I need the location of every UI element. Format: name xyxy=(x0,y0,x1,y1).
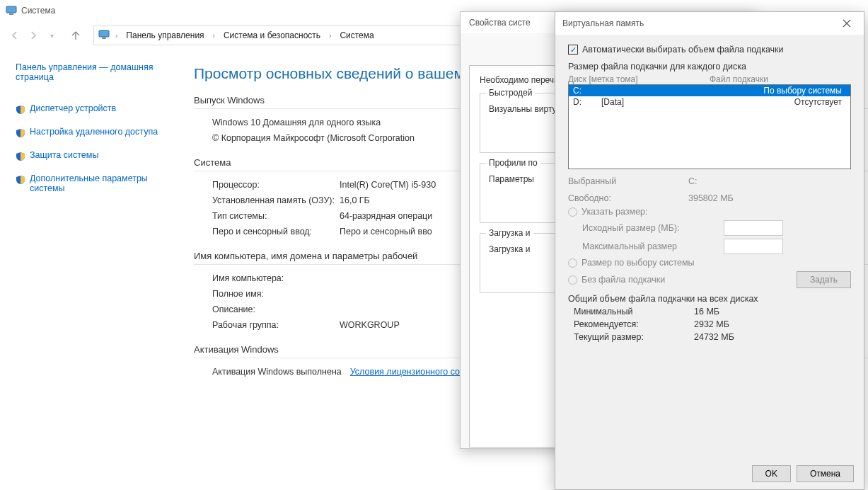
shield-icon xyxy=(16,175,25,187)
forward-button[interactable] xyxy=(24,26,42,45)
radio-icon xyxy=(568,258,577,268)
free-space-value: 395802 МБ xyxy=(688,193,734,203)
startup-recovery-legend: Загрузка и xyxy=(486,228,533,238)
description-label: Описание: xyxy=(212,304,340,314)
sidebar-home-link[interactable]: Панель управления — домашняя страница xyxy=(16,62,180,82)
selected-drive-value: C: xyxy=(688,176,698,186)
monitor-icon xyxy=(98,29,111,42)
cpu-value: Intel(R) Core(TM) i5-930 xyxy=(340,180,436,190)
recommended-value: 2932 МБ xyxy=(694,319,729,329)
column-drive: Диск [метка тома] xyxy=(568,74,710,84)
drive-label: [Data] xyxy=(601,97,707,107)
crumb-system[interactable]: Система xyxy=(335,29,378,42)
svg-rect-3 xyxy=(102,38,106,39)
virtual-memory-dialog: Виртуальная память ✓ Автоматически выбир… xyxy=(555,11,864,490)
crumb-system-security[interactable]: Система и безопасность xyxy=(219,29,325,42)
auto-manage-label: Автоматически выбирать объем файла подка… xyxy=(582,45,784,55)
radio-custom-size: Указать размер: xyxy=(568,207,851,217)
auto-manage-checkbox[interactable]: ✓ Автоматически выбирать объем файла под… xyxy=(568,45,851,55)
ram-label: Установленная память (ОЗУ): xyxy=(212,195,340,205)
radio-icon xyxy=(568,275,577,285)
selected-drive-label: Выбранный xyxy=(568,176,688,186)
system-window-title: Система xyxy=(21,6,55,16)
user-profiles-legend: Профили по xyxy=(486,158,540,168)
close-icon xyxy=(843,19,851,28)
chevron-right-icon: › xyxy=(328,32,332,40)
radio-icon xyxy=(568,207,577,217)
drive-letter: D: xyxy=(573,97,601,107)
svg-rect-2 xyxy=(99,30,109,37)
sidebar-remote-settings[interactable]: Настройка удаленного доступа xyxy=(16,127,180,140)
svg-rect-0 xyxy=(6,6,16,13)
initial-size-label: Исходный размер (МБ): xyxy=(582,223,724,233)
full-name-label: Полное имя: xyxy=(212,289,340,299)
set-button: Задать xyxy=(797,271,851,288)
radio-system-managed: Размер по выбору системы xyxy=(568,258,851,268)
drive-pagefile: По выбору системы xyxy=(707,86,846,96)
pen-touch-value: Перо и сенсорный вво xyxy=(340,227,432,237)
workgroup-label: Рабочая группа: xyxy=(212,320,340,330)
drive-row[interactable]: C: По выбору системы xyxy=(569,85,850,96)
windows-copyright: © Корпорация Майкрософт (Microsoft Corpo… xyxy=(212,133,415,143)
windows-edition-value: Windows 10 Домашняя для одного языка xyxy=(212,118,381,127)
checkbox-checked-icon: ✓ xyxy=(568,45,578,55)
computer-name-label: Имя компьютера: xyxy=(212,273,340,283)
ram-value: 16,0 ГБ xyxy=(340,195,370,205)
recent-dropdown[interactable]: ▾ xyxy=(42,26,61,45)
radio-no-pagefile-label: Без файла подкачки xyxy=(581,275,665,285)
close-button[interactable] xyxy=(837,16,857,30)
workgroup-value: WORKGROUP xyxy=(340,320,400,330)
radio-no-pagefile: Без файла подкачки xyxy=(568,275,797,285)
virtual-memory-title: Виртуальная память xyxy=(562,18,644,28)
ok-button[interactable]: OK xyxy=(752,465,791,482)
pen-touch-label: Перо и сенсорный ввод: xyxy=(212,227,340,237)
sidebar-system-protection[interactable]: Защита системы xyxy=(16,150,180,164)
shield-icon xyxy=(16,152,25,164)
totals-header: Общий объем файла подкачки на всех диска… xyxy=(568,294,851,304)
cpu-label: Процессор: xyxy=(212,180,340,190)
free-space-label: Свободно: xyxy=(568,193,688,203)
column-pagefile: Файл подкачки xyxy=(710,74,768,84)
cancel-button[interactable]: Отмена xyxy=(797,465,854,482)
shield-icon xyxy=(16,105,25,117)
drive-letter: C: xyxy=(573,86,601,96)
performance-legend: Быстродей xyxy=(486,88,535,98)
sidebar: Панель управления — домашняя страница Ди… xyxy=(0,50,184,490)
max-size-label: Максимальный размер xyxy=(582,241,724,251)
sidebar-advanced-settings[interactable]: Дополнительные параметры системы xyxy=(16,173,180,193)
svg-rect-1 xyxy=(9,13,13,15)
drive-pagefile: Отсутствует xyxy=(707,97,846,107)
drive-label xyxy=(601,86,707,96)
current-size-value: 24732 МБ xyxy=(694,332,734,342)
current-size-label: Текущий размер: xyxy=(574,332,694,342)
sidebar-device-manager[interactable]: Диспетчер устройств xyxy=(16,103,180,117)
system-type-value: 64-разрядная операци xyxy=(340,211,432,221)
chevron-right-icon: › xyxy=(114,32,119,40)
chevron-right-icon: › xyxy=(212,32,216,40)
drive-list[interactable]: C: По выбору системы D: [Data] Отсутству… xyxy=(568,84,851,169)
crumb-control-panel[interactable]: Панель управления xyxy=(122,29,208,42)
radio-custom-label: Указать размер: xyxy=(581,207,648,217)
activation-status: Активация Windows выполнена xyxy=(212,367,342,377)
drive-row[interactable]: D: [Data] Отсутствует xyxy=(569,96,850,108)
radio-system-label: Размер по выбору системы xyxy=(581,258,695,268)
pagefile-size-header: Размер файла подкачки для каждого диска xyxy=(568,62,851,72)
monitor-icon xyxy=(6,5,17,16)
recommended-label: Рекомендуется: xyxy=(574,319,694,329)
system-type-label: Тип системы: xyxy=(212,211,340,221)
up-button[interactable] xyxy=(66,26,85,45)
back-button[interactable] xyxy=(6,26,24,45)
initial-size-input xyxy=(724,220,783,236)
shield-icon xyxy=(16,128,25,140)
min-size-value: 16 МБ xyxy=(694,307,719,317)
max-size-input xyxy=(724,239,783,254)
min-size-label: Минимальный xyxy=(574,307,694,317)
